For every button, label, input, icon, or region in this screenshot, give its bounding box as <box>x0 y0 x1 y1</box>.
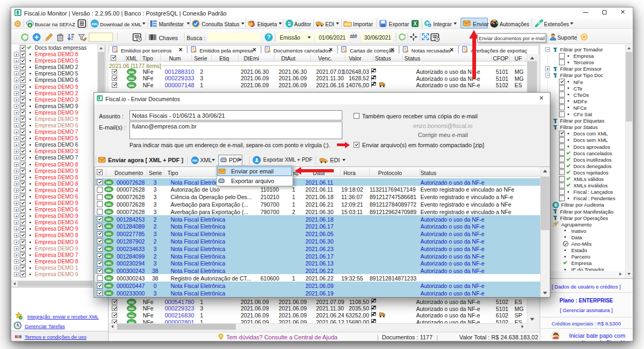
svg-text:?: ? <box>267 34 270 40</box>
svg-text:PDF: PDF <box>221 159 226 162</box>
svg-text:X: X <box>413 21 417 27</box>
svg-text:XML: XML <box>91 22 98 26</box>
svg-text:PDF: PDF <box>219 180 224 183</box>
svg-text:XML: XML <box>192 159 198 162</box>
